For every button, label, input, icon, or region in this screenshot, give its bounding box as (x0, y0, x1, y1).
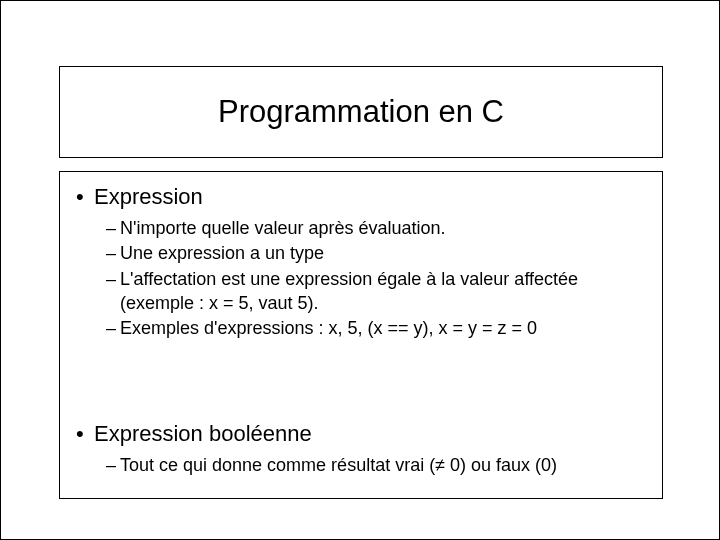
list-item-text: Une expression a un type (120, 241, 646, 265)
section-heading: • Expression (76, 184, 646, 210)
dash-icon: – (106, 453, 120, 477)
list-item-text: Exemples d'expressions : x, 5, (x == y),… (120, 316, 646, 340)
dash-icon: – (106, 267, 120, 316)
dash-icon: – (106, 216, 120, 240)
spacer (76, 341, 646, 419)
bullet-icon: • (76, 184, 94, 210)
dash-icon: – (106, 316, 120, 340)
list-item-text: N'importe quelle valeur après évaluation… (120, 216, 646, 240)
list-item-text: L'affectation est une expression égale à… (120, 267, 646, 316)
slide-title: Programmation en C (218, 94, 504, 130)
list-item: – L'affectation est une expression égale… (106, 267, 646, 316)
list-item: – Une expression a un type (106, 241, 646, 265)
section-heading: • Expression booléenne (76, 421, 646, 447)
content-box: • Expression – N'importe quelle valeur a… (59, 171, 663, 499)
slide: Programmation en C • Expression – N'impo… (0, 0, 720, 540)
bullet-icon: • (76, 421, 94, 447)
list-item: – Tout ce qui donne comme résultat vrai … (106, 453, 646, 477)
list-item-text: Tout ce qui donne comme résultat vrai (≠… (120, 453, 646, 477)
section-heading-text: Expression (94, 184, 203, 210)
section-heading-text: Expression booléenne (94, 421, 312, 447)
dash-icon: – (106, 241, 120, 265)
list-item: – Exemples d'expressions : x, 5, (x == y… (106, 316, 646, 340)
list-item: – N'importe quelle valeur après évaluati… (106, 216, 646, 240)
title-box: Programmation en C (59, 66, 663, 158)
